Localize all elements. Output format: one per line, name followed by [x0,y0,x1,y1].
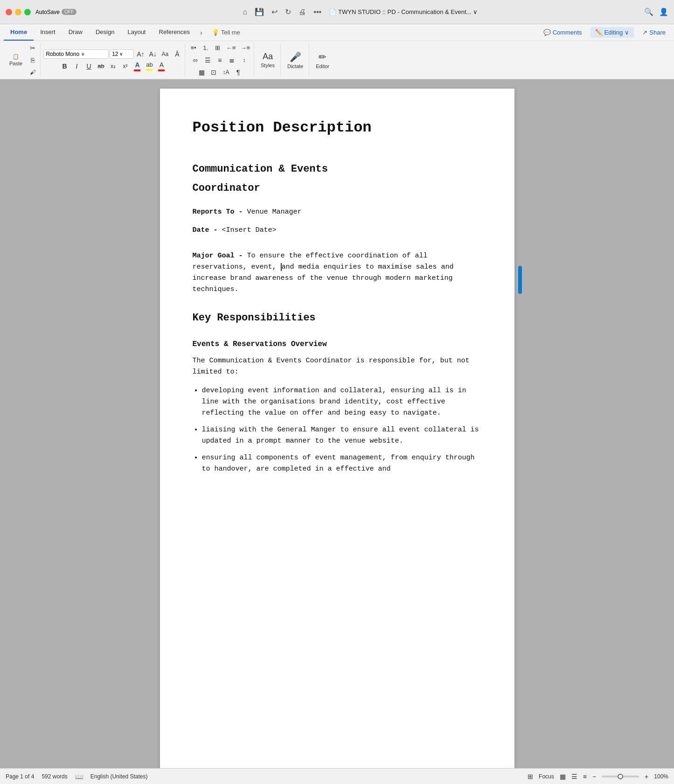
borders-button[interactable]: ⊡ [208,67,219,78]
line-spacing-button[interactable]: ↕ [238,55,250,66]
reports-to-field: Reports To - Venue Manager [193,207,482,218]
change-case-button[interactable]: Aa [160,49,171,60]
numbering-button[interactable]: 1. [200,42,211,54]
subscript-button[interactable]: x₂ [107,61,118,72]
account-icon[interactable]: 👤 [659,7,668,16]
search-icon[interactable]: 🔍 [644,7,653,16]
toolbar: 📋 Paste ✂ ⎘ 🖌 Roboto Mono ∨ 12 ∨ A↑ A↓ A… [0,41,674,79]
decrease-indent-button[interactable]: ←≡ [224,42,238,54]
view-icon[interactable]: ☰ [571,773,577,780]
language[interactable]: English (United States) [90,773,148,780]
minimize-button[interactable] [15,9,21,15]
bold-button[interactable]: B [59,61,70,72]
format-painter-button[interactable]: 🖌 [27,67,38,78]
position-title-section: Communication & Events Coordinator [193,161,482,196]
window-controls[interactable] [6,9,31,15]
align-right-button[interactable]: ≡ [214,55,225,66]
text-highlight-button[interactable]: ab [144,61,155,72]
dictate-group: 🎤 Dictate [282,43,309,77]
comments-icon: 💬 [543,29,551,36]
tab-draw[interactable]: Draw [62,24,89,41]
bullets-button[interactable]: ≡• [188,42,199,54]
responsibilities-list: developing event information and collate… [202,385,482,475]
chevron-down-icon[interactable]: ∨ [473,8,478,15]
italic-button[interactable]: I [71,61,82,72]
underline-button[interactable]: U [83,61,94,72]
title-bar: AutoSave OFF ⌂ 💾 ↩ ↻ 🖨 ••• 📄 TWYN STUDIO… [0,0,674,24]
zoom-thumb[interactable] [618,774,623,779]
position-title-line1: Communication & Events [193,161,482,177]
print-icon[interactable]: 🖨 [299,8,306,16]
date-label: Date - [193,226,218,234]
editing-button[interactable]: ✏️ Editing ∨ [591,27,634,38]
clear-formatting-button[interactable]: Ā [172,49,183,60]
align-center-button[interactable]: ☰ [202,55,213,66]
document-title: Position Description [193,117,482,139]
tell-me-field[interactable]: 💡 Tell me [206,24,246,41]
justify-button[interactable]: ≣ [226,55,237,66]
editor-button[interactable]: ✏ Editor [312,49,333,71]
zoom-in-icon[interactable]: + [645,773,648,780]
tab-home[interactable]: Home [4,24,34,41]
share-button[interactable]: ↗ Share [638,27,670,38]
paste-icon: 📋 [13,54,19,60]
scroll-indicator[interactable] [518,266,522,294]
copy-button[interactable]: ⎘ [27,55,38,66]
strikethrough-button[interactable]: ab [95,61,106,72]
comments-button[interactable]: 💬 Comments [539,27,587,38]
clipboard-group: 📋 Paste ✂ ⎘ 🖌 [4,43,41,77]
zoom-slider[interactable] [602,776,639,777]
tab-references[interactable]: References [153,24,196,41]
multilevel-list-button[interactable]: ⊞ [212,42,223,54]
font-row-1: Roboto Mono ∨ 12 ∨ A↑ A↓ Aa Ā [43,49,183,60]
intro-paragraph: The Communication & Events Coordinator i… [193,355,482,378]
redo-icon[interactable]: ↻ [285,7,291,16]
styles-button[interactable]: Aa Styles [257,49,278,71]
home-icon[interactable]: ⌂ [243,8,248,16]
proofing-icon[interactable]: 📖 [75,773,83,780]
focus-label[interactable]: Focus [539,773,554,780]
title-bar-actions: 🔍 👤 [644,7,668,16]
reports-to-label: Reports To - [193,208,243,216]
tab-insert[interactable]: Insert [34,24,62,41]
dictate-button[interactable]: 🎤 Dictate [284,49,307,71]
more-tabs-icon[interactable]: › [196,24,206,41]
show-marks-button[interactable]: ¶ [232,67,243,78]
font-family-selector[interactable]: Roboto Mono ∨ [43,49,109,59]
position-title-line2: Coordinator [193,180,482,196]
autosave-control[interactable]: AutoSave OFF [35,9,76,15]
cut-button[interactable]: ✂ [27,42,38,54]
tab-design[interactable]: Design [89,24,121,41]
list-item: developing event information and collate… [202,385,482,419]
autosave-toggle[interactable]: OFF [62,9,76,15]
layout-icon[interactable]: ▦ [560,773,566,780]
paste-button[interactable]: 📋 Paste [6,49,26,71]
styles-icon: Aa [263,52,273,62]
font-color-button[interactable]: A [132,61,143,72]
outline-icon[interactable]: ≡ [583,773,587,780]
save-icon[interactable]: 💾 [255,7,264,16]
sort-button[interactable]: ↕A [220,67,231,78]
editor-group: ✏ Editor [310,43,335,77]
font-size-decrease-button[interactable]: A↓ [147,49,158,60]
shading-button[interactable]: ▦ [196,67,207,78]
zoom-out-icon[interactable]: − [592,773,596,780]
superscript-button[interactable]: x² [119,61,131,72]
undo-icon[interactable]: ↩ [271,7,278,16]
maximize-button[interactable] [24,9,31,15]
increase-indent-button[interactable]: →≡ [238,42,252,54]
tab-layout[interactable]: Layout [121,24,152,41]
font-size-increase-button[interactable]: A↑ [135,49,146,60]
microphone-icon: 🎤 [290,51,301,62]
font-color-2-button[interactable]: A [156,61,167,72]
word-count: 592 words [42,773,67,780]
title-bar-center: ⌂ 💾 ↩ ↻ 🖨 ••• 📄 TWYN STUDIO :: PD - Comm… [81,7,639,16]
focus-mode-icon[interactable]: ⊞ [528,773,533,780]
pencil-icon: ✏️ [595,29,603,36]
close-button[interactable] [6,9,12,15]
more-icon[interactable]: ••• [313,8,321,16]
document-page[interactable]: Position Description Communication & Eve… [160,89,514,784]
align-left-button[interactable]: ⬄ [190,55,201,66]
zoom-level[interactable]: 100% [654,773,668,780]
font-size-selector[interactable]: 12 ∨ [110,49,134,59]
